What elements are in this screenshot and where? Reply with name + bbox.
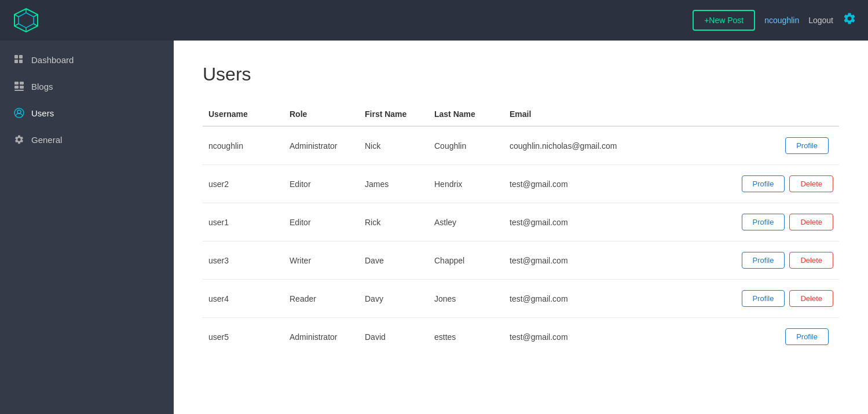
svg-rect-14 bbox=[14, 86, 19, 89]
col-header-email: Email bbox=[504, 102, 649, 126]
users-table: Username Role First Name Last Name Email… bbox=[203, 102, 839, 356]
table-row: user1EditorRickAstleytest@gmail.comProfi… bbox=[203, 203, 839, 241]
sidebar-label-dashboard: Dashboard bbox=[31, 55, 74, 65]
cell-email: test@gmail.com bbox=[504, 241, 649, 280]
cell-first_name: James bbox=[359, 165, 428, 203]
cell-email: test@gmail.com bbox=[504, 318, 649, 356]
svg-rect-9 bbox=[19, 55, 23, 58]
table-row: ncoughlinAdministratorNickCoughlincoughl… bbox=[203, 126, 839, 165]
settings-gear-icon[interactable] bbox=[843, 12, 856, 29]
cell-last_name: Hendrix bbox=[428, 165, 504, 203]
blogs-icon bbox=[14, 81, 24, 91]
cell-email: test@gmail.com bbox=[504, 165, 649, 203]
svg-line-7 bbox=[14, 14, 19, 17]
cell-last_name: Coughlin bbox=[428, 126, 504, 165]
cell-username: ncoughlin bbox=[203, 126, 284, 165]
delete-button[interactable]: Delete bbox=[789, 252, 833, 269]
profile-button[interactable]: Profile bbox=[742, 290, 785, 307]
cell-first_name: Davy bbox=[359, 280, 428, 318]
content-area: Users Username Role First Name Last Name… bbox=[174, 41, 868, 414]
table-body: ncoughlinAdministratorNickCoughlincoughl… bbox=[203, 126, 839, 356]
table-header-row: Username Role First Name Last Name Email bbox=[203, 102, 839, 126]
cell-actions: ProfileDelete bbox=[649, 203, 839, 241]
svg-rect-11 bbox=[19, 60, 23, 63]
sidebar-item-blogs[interactable]: Blogs bbox=[0, 73, 174, 100]
profile-button[interactable]: Profile bbox=[742, 175, 785, 192]
header-right: +New Post ncoughlin Logout bbox=[693, 10, 856, 31]
svg-rect-15 bbox=[20, 86, 24, 89]
profile-button[interactable]: Profile bbox=[742, 252, 785, 269]
svg-point-18 bbox=[17, 110, 21, 113]
cell-username: user1 bbox=[203, 203, 284, 241]
table-row: user2EditorJamesHendrixtest@gmail.comPro… bbox=[203, 165, 839, 203]
svg-rect-13 bbox=[20, 82, 24, 85]
cell-first_name: Dave bbox=[359, 241, 428, 280]
cell-last_name: Jones bbox=[428, 280, 504, 318]
cell-role: Administrator bbox=[284, 318, 359, 356]
sidebar-item-users[interactable]: Users bbox=[0, 100, 174, 126]
page-title: Users bbox=[203, 64, 839, 85]
cell-role: Writer bbox=[284, 241, 359, 280]
sidebar-item-general[interactable]: General bbox=[0, 126, 174, 153]
cell-last_name: Astley bbox=[428, 203, 504, 241]
cell-username: user5 bbox=[203, 318, 284, 356]
svg-line-4 bbox=[34, 24, 38, 26]
cell-role: Administrator bbox=[284, 126, 359, 165]
new-post-button[interactable]: +New Post bbox=[693, 10, 755, 31]
sidebar-item-dashboard[interactable]: Dashboard bbox=[0, 46, 174, 73]
cell-username: user4 bbox=[203, 280, 284, 318]
svg-marker-1 bbox=[19, 13, 34, 28]
col-header-role: Role bbox=[284, 102, 359, 126]
cell-role: Editor bbox=[284, 203, 359, 241]
cell-actions: Profile bbox=[649, 318, 839, 356]
col-header-actions bbox=[649, 102, 839, 126]
cell-email: coughlin.nicholas@gmail.com bbox=[504, 126, 649, 165]
profile-button[interactable]: Profile bbox=[742, 214, 785, 230]
table-row: user5AdministratorDavidesttestest@gmail.… bbox=[203, 318, 839, 356]
sidebar-label-general: General bbox=[31, 135, 62, 145]
general-gear-icon bbox=[14, 134, 24, 145]
cell-actions: ProfileDelete bbox=[649, 165, 839, 203]
username-link[interactable]: ncoughlin bbox=[764, 16, 799, 25]
cell-actions: Profile bbox=[649, 126, 839, 165]
sidebar-label-blogs: Blogs bbox=[31, 82, 53, 91]
cell-role: Editor bbox=[284, 165, 359, 203]
cell-username: user2 bbox=[203, 165, 284, 203]
delete-button[interactable]: Delete bbox=[789, 214, 833, 230]
dashboard-icon bbox=[14, 54, 24, 65]
main-layout: Dashboard Blogs bbox=[0, 41, 868, 414]
delete-button[interactable]: Delete bbox=[789, 290, 833, 307]
cell-email: test@gmail.com bbox=[504, 280, 649, 318]
table-row: user3WriterDaveChappeltest@gmail.comProf… bbox=[203, 241, 839, 280]
profile-button[interactable]: Profile bbox=[785, 137, 829, 154]
col-header-username: Username bbox=[203, 102, 284, 126]
cell-last_name: Chappel bbox=[428, 241, 504, 280]
col-header-lastname: Last Name bbox=[428, 102, 504, 126]
logo-icon bbox=[12, 6, 41, 35]
logout-button[interactable]: Logout bbox=[808, 16, 833, 25]
logo bbox=[12, 6, 41, 35]
cell-email: test@gmail.com bbox=[504, 203, 649, 241]
header: +New Post ncoughlin Logout bbox=[0, 0, 868, 41]
cell-actions: ProfileDelete bbox=[649, 241, 839, 280]
svg-rect-16 bbox=[14, 90, 24, 91]
cell-actions: ProfileDelete bbox=[649, 280, 839, 318]
sidebar: Dashboard Blogs bbox=[0, 41, 174, 414]
svg-line-3 bbox=[34, 14, 38, 17]
cell-role: Reader bbox=[284, 280, 359, 318]
svg-line-6 bbox=[14, 24, 19, 26]
col-header-firstname: First Name bbox=[359, 102, 428, 126]
table-row: user4ReaderDavyJonestest@gmail.comProfil… bbox=[203, 280, 839, 318]
delete-button[interactable]: Delete bbox=[789, 175, 833, 192]
profile-button[interactable]: Profile bbox=[785, 328, 829, 345]
cell-first_name: Rick bbox=[359, 203, 428, 241]
sidebar-label-users: Users bbox=[31, 108, 54, 118]
cell-last_name: esttes bbox=[428, 318, 504, 356]
cell-first_name: David bbox=[359, 318, 428, 356]
cell-username: user3 bbox=[203, 241, 284, 280]
svg-rect-8 bbox=[14, 55, 18, 58]
cell-first_name: Nick bbox=[359, 126, 428, 165]
users-icon bbox=[14, 108, 24, 118]
svg-rect-12 bbox=[14, 82, 19, 85]
svg-rect-10 bbox=[14, 60, 18, 63]
